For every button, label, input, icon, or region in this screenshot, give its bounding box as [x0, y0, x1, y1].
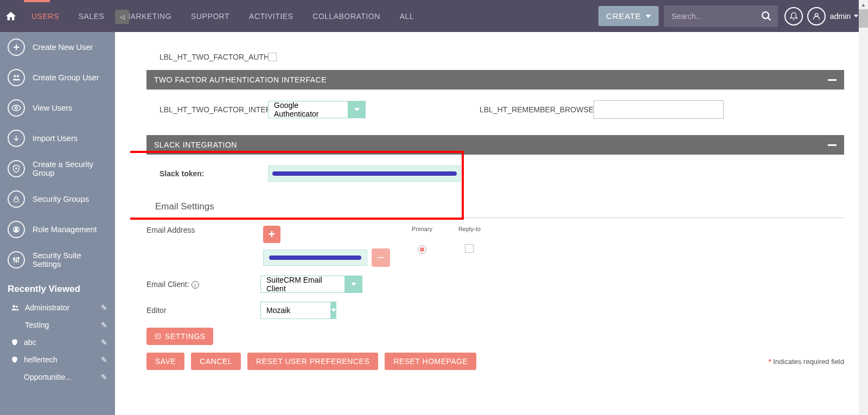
svg-point-12 — [15, 228, 17, 230]
redacted-value — [269, 256, 361, 260]
sidebar-item-label: Create Group User — [33, 73, 99, 82]
panel-title: TWO FACTOR AUTHENTICATION INTERFACE — [154, 75, 327, 84]
role-icon — [8, 221, 25, 238]
chevron-down-icon[interactable] — [345, 276, 362, 293]
svg-point-5 — [14, 75, 16, 77]
nav-activities[interactable]: ACTIVITIES — [239, 0, 303, 32]
recent-label: helfertech — [24, 355, 57, 364]
edit-icon[interactable]: ✎ — [101, 338, 107, 347]
redacted-value — [272, 171, 457, 176]
nav-collaboration[interactable]: COLLABORATION — [303, 0, 390, 32]
sidebar: Create New User Create Group User View U… — [0, 32, 115, 415]
email-address-label: Email Address — [146, 226, 263, 234]
scroll-up-icon[interactable]: ▲ — [859, 0, 868, 9]
two-factor-interface-label: LBL_HT_TWO_FACTOR_INTERFACE: — [159, 105, 268, 114]
recent-header: Recently Viewed — [0, 275, 115, 299]
reset-prefs-button[interactable]: RESET USER PREFERENCES — [247, 353, 378, 370]
divider — [146, 218, 844, 218]
recent-label: Administrator — [25, 303, 69, 312]
info-icon[interactable]: i — [192, 281, 199, 289]
panel-title: SLACK INTEGRATION — [154, 141, 237, 149]
chevron-down-icon[interactable] — [348, 101, 366, 118]
reset-home-button[interactable]: RESET HOMEPAGE — [385, 353, 476, 370]
dropdown-value: Google Authenticator — [268, 101, 348, 118]
email-settings-title: Email Settings — [146, 198, 844, 218]
home-icon[interactable] — [0, 10, 22, 22]
scrollbar[interactable]: ▲ — [859, 0, 868, 415]
remove-email-button[interactable]: − — [372, 248, 390, 267]
replyto-checkbox[interactable] — [465, 244, 474, 253]
sidebar-view-users[interactable]: View Users — [0, 93, 115, 123]
save-button[interactable]: SAVE — [146, 353, 184, 370]
nav-sales[interactable]: SALES — [69, 0, 114, 32]
sidebar-create-user[interactable]: Create New User — [0, 32, 115, 62]
sidebar-item-label: Import Users — [33, 134, 78, 143]
editor-select[interactable]: Mozaik — [260, 302, 332, 319]
user-icon[interactable] — [807, 7, 826, 25]
search-icon[interactable] — [761, 10, 773, 24]
sidebar-role-mgmt[interactable]: Role Management — [0, 214, 115, 245]
add-email-button[interactable]: + — [263, 226, 280, 243]
panel-slack: SLACK INTEGRATION — [146, 135, 844, 155]
edit-icon[interactable]: ✎ — [101, 321, 107, 329]
recent-item[interactable]: Testing ✎ — [0, 316, 115, 334]
svg-point-6 — [17, 75, 19, 77]
slack-token-input[interactable] — [268, 165, 461, 182]
svg-point-19 — [12, 305, 15, 308]
sidebar-create-group-user[interactable]: Create Group User — [0, 62, 115, 93]
group-icon — [8, 69, 25, 86]
recent-item[interactable]: abc ✎ — [0, 334, 115, 351]
plus-icon — [8, 39, 25, 56]
svg-point-0 — [762, 12, 769, 18]
cancel-button[interactable]: CANCEL — [191, 353, 241, 370]
settings-label: SETTINGS — [165, 332, 206, 341]
svg-point-2 — [815, 13, 818, 16]
svg-rect-21 — [155, 334, 160, 338]
edit-icon[interactable]: ✎ — [101, 303, 107, 312]
email-input[interactable] — [263, 250, 367, 266]
two-factor-auth-checkbox[interactable] — [268, 53, 277, 61]
sidebar-item-label: Security Groups — [33, 195, 89, 203]
remember-browser-label: LBL_HT_REMEMBER_BROWSER: — [480, 105, 593, 114]
sidebar-security-groups[interactable]: Security Groups — [0, 184, 115, 214]
sidebar-security-suite[interactable]: Security Suite Settings — [0, 245, 115, 275]
sidebar-item-label: Role Management — [33, 225, 97, 234]
sidebar-item-label: Security Suite Settings — [33, 251, 107, 269]
nav-users[interactable]: USERS — [22, 0, 69, 32]
dropdown-value: Mozaik — [260, 302, 331, 319]
right-icons: admin — [778, 7, 868, 25]
email-client-select[interactable]: SuiteCRM Email Client — [260, 276, 362, 293]
sidebar-create-security-group[interactable]: Create a Security Group — [0, 154, 115, 184]
sidebar-item-label: Create New User — [33, 43, 93, 52]
primary-radio[interactable] — [418, 245, 426, 254]
nav-items: USERS SALES MARKETING SUPPORT ACTIVITIES… — [22, 0, 424, 32]
chevron-down-icon[interactable] — [331, 302, 336, 319]
email-client-label: Email Client:i — [146, 280, 260, 289]
svg-line-1 — [768, 17, 771, 20]
collapse-sidebar[interactable]: ◁ — [115, 10, 129, 24]
scroll-thumb[interactable] — [859, 9, 868, 28]
remember-browser-input[interactable] — [593, 100, 724, 119]
collapse-icon[interactable] — [828, 79, 837, 81]
footer-actions: SAVE CANCEL RESET USER PREFERENCES RESET… — [146, 353, 844, 370]
nav-support[interactable]: SUPPORT — [181, 0, 239, 32]
collapse-icon[interactable] — [828, 144, 837, 146]
edit-icon[interactable]: ✎ — [101, 355, 107, 364]
admin-menu[interactable]: admin — [830, 12, 858, 21]
create-button[interactable]: CREATE — [598, 6, 659, 26]
sidebar-import-users[interactable]: Import Users — [0, 123, 115, 154]
search-wrap — [664, 5, 778, 27]
recent-item[interactable]: helfertech ✎ — [0, 351, 115, 368]
svg-point-18 — [18, 257, 20, 259]
panel-2fa-interface: TWO FACTOR AUTHENTICATION INTERFACE — [146, 70, 844, 90]
edit-icon[interactable]: ✎ — [101, 373, 107, 381]
slack-token-label: Slack token: — [159, 169, 268, 178]
two-factor-interface-select[interactable]: Google Authenticator — [268, 101, 366, 118]
recent-item[interactable]: Opportunitie... ✎ — [0, 368, 115, 386]
top-nav: USERS SALES MARKETING SUPPORT ACTIVITIES… — [0, 0, 868, 32]
bell-icon[interactable] — [784, 7, 803, 25]
settings-button[interactable]: SETTINGS — [146, 328, 213, 345]
nav-all[interactable]: ALL — [390, 0, 424, 32]
eye-icon — [8, 99, 25, 117]
recent-item[interactable]: Administrator ✎ — [0, 299, 115, 316]
